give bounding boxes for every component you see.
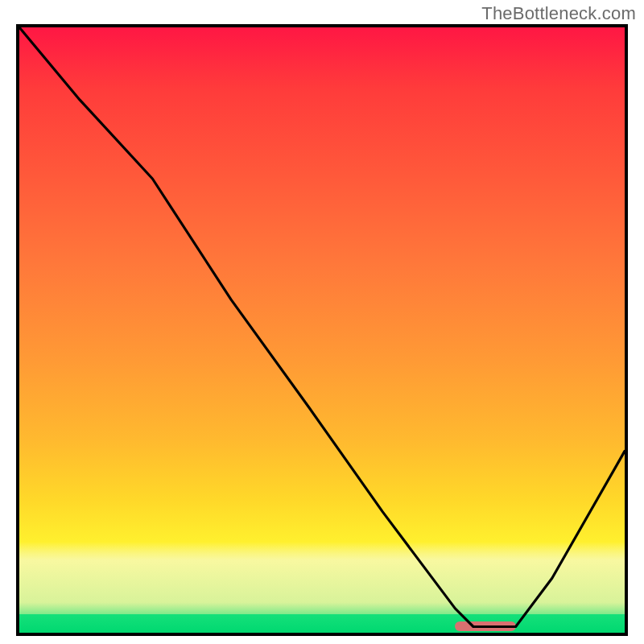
chart-canvas: TheBottleneck.com: [0, 0, 644, 644]
bottleneck-curve: [19, 27, 625, 633]
plot-area: [16, 24, 628, 636]
watermark-text: TheBottleneck.com: [481, 3, 636, 24]
